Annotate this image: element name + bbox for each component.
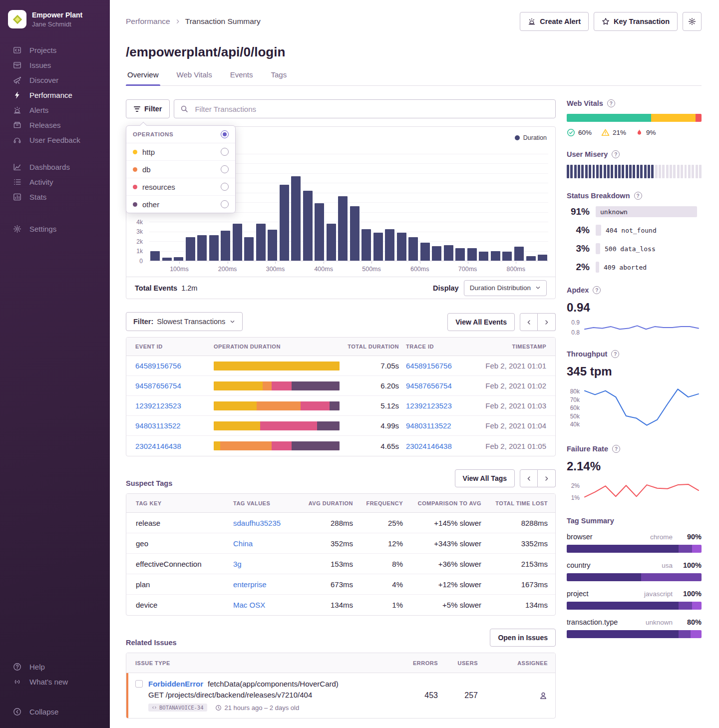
next-page-button[interactable] [538,469,556,487]
tag-summary-value: chrome [650,533,673,541]
help-icon[interactable]: ? [634,192,642,200]
operations-header-label: OPERATIONS [133,131,173,137]
events-filter-dropdown[interactable]: Filter: Slowest Transactions [126,312,243,331]
collapse-label: Collapse [29,708,58,716]
status-code-label: 500 data_loss [605,245,656,253]
help-icon[interactable]: ? [612,445,620,453]
sidebar-item[interactable]: Issues [0,57,110,72]
tag-summary-block: Tag Summary browser chrome 90% [567,517,702,638]
next-page-button[interactable] [538,313,556,331]
operation-option[interactable]: resources [126,178,235,196]
breadcrumb-parent[interactable]: Performance [126,17,170,26]
event-id-link[interactable]: 94803113522 [135,421,207,430]
view-all-events-button[interactable]: View All Events [447,313,515,331]
event-id-link[interactable]: 12392123523 [135,401,207,410]
sidebar-item[interactable]: Stats [0,189,110,204]
sidebar-item-label: Discover [29,76,58,84]
tag-value-link[interactable]: China [233,539,308,548]
frequency: 25% [353,519,403,527]
sidebar-item-label: Performance [29,91,72,99]
user-name: Jane Schmidt [32,20,82,28]
operation-radio[interactable] [221,200,229,208]
frequency: 8% [353,560,403,568]
help-icon[interactable]: ? [612,150,620,158]
failure-rate-y-axis: 2%1% [567,478,584,501]
sidebar-item[interactable]: Releases [0,117,110,132]
sidebar-item[interactable]: Projects [0,42,110,57]
create-alert-button[interactable]: Create Alert [520,12,589,31]
tab[interactable]: Overview [126,70,160,85]
operation-radio[interactable] [221,148,229,156]
sidebar-item[interactable]: Dashboards [0,159,110,174]
tag-value-link[interactable]: enterprise [233,580,308,589]
trace-id-link[interactable]: 23024146438 [406,442,453,450]
prev-page-button[interactable] [520,469,538,487]
sidebar-item[interactable]: Help [0,659,110,674]
help-icon[interactable]: ? [607,99,615,107]
sidebar-item[interactable]: Alerts [0,102,110,117]
operations-dropdown: OPERATIONS http [126,125,236,213]
web-vitals-stats: 60% 21% 9% [567,128,702,137]
tag-summary-value: usa [662,562,673,569]
tag-value-link[interactable]: 3g [233,560,308,568]
view-all-tags-button[interactable]: View All Tags [455,469,515,487]
tag-value-link[interactable]: sdaufhu35235 [233,519,308,527]
issue-type-link[interactable]: ForbiddenError [148,680,203,688]
sidebar-item[interactable]: Settings [0,221,110,236]
tab[interactable]: Tags [270,70,289,85]
sidebar-item[interactable]: What's new [0,674,110,689]
event-row: 64589156756 7.05s 64589156756 Feb 2, 202… [126,356,555,376]
org-switcher[interactable]: Empower Plant Jane Schmidt [0,7,110,31]
event-id-link[interactable]: 64589156756 [135,362,207,370]
project-chip[interactable]: BOTANAVOICE-34 [148,704,207,712]
event-id-link[interactable]: 23024146438 [135,442,207,450]
trace-id-link[interactable]: 94803113522 [406,421,453,430]
issue-errors-count: 453 [398,691,438,700]
open-in-issues-button[interactable]: Open in Issues [490,629,556,647]
sidebar-item[interactable]: Performance [0,87,110,102]
sidebar-collapse-button[interactable]: Collapse [0,704,110,719]
sidebar-item-icon [13,106,21,114]
operations-radio-checked[interactable] [221,130,229,138]
search-input[interactable] [174,99,556,118]
check-circle-icon [567,128,575,137]
events-filter-label: Filter: [133,318,153,326]
suspect-tag-row: plan enterprise 673ms 4% +12% slower 167… [126,574,555,595]
trace-id-link[interactable]: 12392123523 [406,401,453,410]
key-transaction-button[interactable]: Key Transaction [594,12,678,31]
apdex-chart [584,320,700,337]
event-id-link[interactable]: 94587656754 [135,381,207,390]
tab[interactable]: Web Vitals [175,70,214,85]
operation-radio[interactable] [221,165,229,173]
help-icon[interactable]: ? [593,286,601,294]
tab[interactable]: Events [229,70,255,85]
trace-id-link[interactable]: 94587656754 [406,381,453,390]
display-select-value: Duration Distribution [470,284,531,292]
help-icon[interactable]: ? [611,350,619,358]
prev-page-button[interactable] [520,313,538,331]
operation-duration-bar [214,401,340,410]
sidebar-item[interactable]: Activity [0,174,110,189]
sidebar-item[interactable]: User Feedback [0,132,110,147]
display-select[interactable]: Duration Distribution [464,280,547,296]
operation-option[interactable]: http [126,143,235,161]
trace-id-link[interactable]: 64589156756 [406,362,453,370]
status-bar [596,262,599,273]
status-percent: 2% [567,262,590,273]
settings-button[interactable] [683,12,702,31]
issue-detail: GET /projects/direct/backend/releases/v7… [135,691,398,699]
issue-checkbox[interactable] [135,680,143,688]
tag-value-link[interactable]: Mac OSX [233,601,308,609]
tab-bar: Overview Web Vitals Events Tags [126,70,702,86]
filter-button[interactable]: Filter [126,99,170,118]
tag-key: release [136,519,233,527]
events-table: EVENT ID OPERATION DURATION TOTAL DURATI… [126,337,556,456]
sidebar-item[interactable]: Discover [0,72,110,87]
person-icon[interactable] [539,691,548,700]
status-percent: 4% [567,225,590,236]
operation-radio[interactable] [221,183,229,191]
operation-option[interactable]: other [126,196,235,213]
star-icon [602,17,610,25]
operation-option[interactable]: db [126,161,235,178]
histogram-bar [150,251,160,261]
